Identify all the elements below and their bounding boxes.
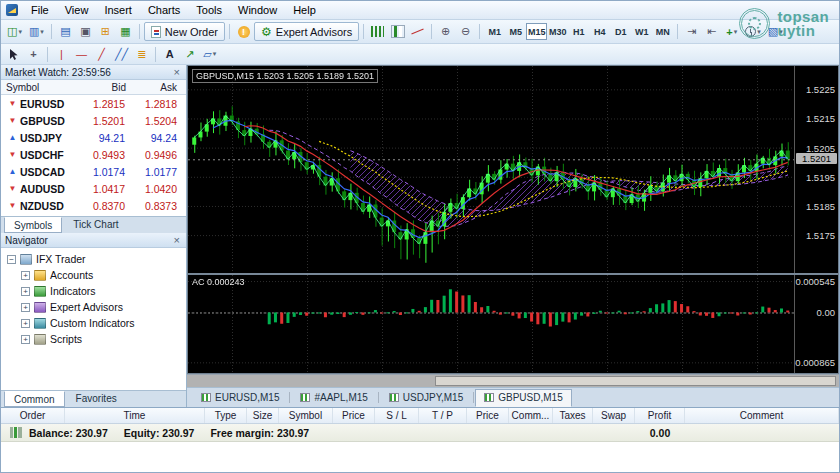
profiles-button[interactable]: ▥▾ [26,22,47,41]
indicator-canvas[interactable] [188,275,794,373]
auto-scroll-button[interactable]: ⇥ [682,22,701,41]
terminal-column-price[interactable]: Price [333,408,375,423]
terminal-column-s-l[interactable]: S / L [375,408,419,423]
menu-view[interactable]: View [57,2,97,18]
menu-help[interactable]: Help [285,2,324,18]
market-watch-row-eurusd[interactable]: ▼EURUSD1.28151.2818 [1,95,186,112]
timeframe-h4-button[interactable]: H4 [589,23,610,40]
expand-icon[interactable]: + [21,303,30,312]
arrow-tool-button[interactable]: ↗ [180,45,199,64]
timeframe-d1-button[interactable]: D1 [610,23,631,40]
terminal-column-price[interactable]: Price [467,408,509,423]
terminal-column-swap[interactable]: Swap [593,408,635,423]
market-watch-column-symbol[interactable]: Symbol [6,82,85,93]
horizontal-line-tool-button[interactable]: — [72,45,91,64]
navigator-item-expert-advisors[interactable]: +Expert Advisors [1,299,186,315]
terminal-column-time[interactable]: Time [65,408,205,423]
crosshair-tool-button[interactable]: + [24,45,43,64]
shift-chart-button[interactable]: ⇤ [702,22,721,41]
terminal-button[interactable]: ▦ [116,22,135,41]
menu-charts[interactable]: Charts [140,2,188,18]
tab-tick-chart[interactable]: Tick Chart [63,217,128,233]
timeframe-m1-button[interactable]: M1 [484,23,505,40]
navigator-titlebar[interactable]: Navigator × [1,233,186,248]
market-watch-column-bid[interactable]: Bid [85,82,135,93]
expand-icon[interactable]: + [21,287,30,296]
candlestick-mode-button[interactable] [388,22,407,41]
close-icon[interactable]: × [172,68,182,77]
price-axis[interactable]: 1.5201 1.52251.52151.52051.51951.51851.5… [794,66,838,273]
market-watch-titlebar[interactable]: Market Watch: 23:59:56 × [1,65,186,80]
vertical-line-tool-button[interactable]: | [52,45,71,64]
market-watch-column-ask[interactable]: Ask [135,82,186,93]
terminal-column-t-p[interactable]: T / P [419,408,467,423]
menu-window[interactable]: Window [230,2,285,18]
chart-tab-gbpusd-m15[interactable]: GBPUSD,M15 [475,389,571,407]
chart-tab-usdjpy-m15[interactable]: USDJPY,M15 [380,389,472,407]
expand-icon[interactable]: + [21,271,30,280]
chart-tab-eurusd-m15[interactable]: EURUSD,M15 [192,389,288,407]
indicators-button[interactable]: +▾ [722,22,741,41]
metaeditor-button[interactable]: ! [234,22,253,41]
templates-button[interactable]: ▧▾ [765,22,786,41]
tab-common[interactable]: Common [4,391,65,407]
periods-button[interactable]: ▾ [742,22,764,41]
balance-row[interactable]: Balance: 230.97 Equity: 230.97 Free marg… [1,424,839,442]
timeframe-m30-button[interactable]: M30 [547,23,568,40]
navigator-root[interactable]: −IFX Trader [1,251,186,267]
menu-tools[interactable]: Tools [188,2,230,18]
data-window-button[interactable]: ▣ [76,22,95,41]
terminal-column-symbol[interactable]: Symbol [279,408,333,423]
terminal-column-comment[interactable]: Comment [685,408,839,423]
terminal-column-comm-[interactable]: Comm... [509,408,553,423]
tab-symbols[interactable]: Symbols [4,217,62,233]
close-icon[interactable]: × [172,236,182,245]
timeframe-m5-button[interactable]: M5 [505,23,526,40]
collapse-icon[interactable]: − [7,255,16,264]
terminal-column-size[interactable]: Size [247,408,279,423]
line-chart-mode-button[interactable] [408,22,427,41]
market-watch-button[interactable]: ▤ [56,22,75,41]
menu-insert[interactable]: Insert [96,2,140,18]
navigator-button[interactable]: ⊞ [96,22,115,41]
main-chart-canvas[interactable] [188,66,794,273]
expert-advisors-button[interactable]: ⚙ Expert Advisors [254,22,359,41]
indicator-pane[interactable]: AC 0.000243 [188,275,794,373]
market-watch-row-usdchf[interactable]: ▼USDCHF0.94930.9496 [1,146,186,163]
cursor-tool-button[interactable] [4,45,23,64]
market-watch-row-usdjpy[interactable]: ▲USDJPY94.2194.24 [1,129,186,146]
chart-hscrollbar-thumb[interactable] [435,376,836,386]
market-watch-row-gbpusd[interactable]: ▼GBPUSD1.52011.5204 [1,112,186,129]
timeframe-mn-button[interactable]: MN [652,23,673,40]
navigator-item-indicators[interactable]: +Indicators [1,283,186,299]
terminal-column-taxes[interactable]: Taxes [553,408,593,423]
fibonacci-tool-button[interactable]: ≣ [132,45,151,64]
terminal-column-type[interactable]: Type [205,408,247,423]
menu-file[interactable]: File [23,2,57,18]
bar-chart-mode-button[interactable] [368,22,387,41]
market-watch-row-nzdusd[interactable]: ▼NZDUSD0.83700.8373 [1,197,186,214]
timeframe-h1-button[interactable]: H1 [568,23,589,40]
terminal-column-order[interactable]: Order [1,408,65,423]
app-icon[interactable] [6,4,18,16]
zoom-out-button[interactable]: ⊖ [456,22,475,41]
text-tool-button[interactable]: A [160,45,179,64]
indicator-axis[interactable]: 0.0005450.00-0.000865 [794,275,838,373]
navigator-item-scripts[interactable]: +Scripts [1,331,186,347]
tab-favorites[interactable]: Favorites [66,391,127,407]
new-order-button[interactable]: New Order [144,22,225,41]
trendline-tool-button[interactable]: ╱ [92,45,111,64]
zoom-in-button[interactable]: ⊕ [436,22,455,41]
main-chart-pane[interactable]: GBPUSD,M15 1.5203 1.5205 1.5189 1.5201 [188,66,794,273]
timeframe-m15-button[interactable]: M15 [526,23,547,40]
shapes-tool-button[interactable]: ▱▾ [200,45,219,64]
timeframe-w1-button[interactable]: W1 [631,23,652,40]
new-chart-button[interactable]: ◫▾ [4,22,25,41]
market-watch-row-audusd[interactable]: ▼AUDUSD1.04171.0420 [1,180,186,197]
market-watch-row-usdcad[interactable]: ▲USDCAD1.01741.0177 [1,163,186,180]
channel-tool-button[interactable]: ╱╱ [112,45,131,64]
terminal-column-profit[interactable]: Profit [635,408,685,423]
chart-tab--aapl-m15[interactable]: #AAPL,M15 [291,389,376,407]
expand-icon[interactable]: + [21,319,30,328]
chart-hscrollbar[interactable] [187,374,839,387]
